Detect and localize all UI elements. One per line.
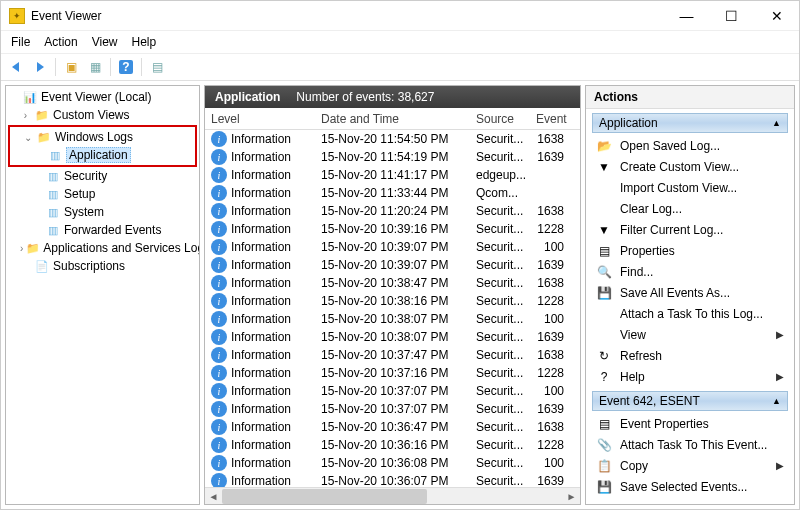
table-row[interactable]: iInformation15-Nov-20 10:36:07 PMSecurit… [205, 472, 580, 487]
col-date[interactable]: Date and Time [315, 112, 470, 126]
action-item[interactable]: ▤Event Properties [592, 413, 788, 434]
forward-button[interactable] [29, 56, 51, 78]
maximize-button[interactable]: ☐ [709, 2, 754, 30]
tree-root[interactable]: 📊Event Viewer (Local) [8, 88, 197, 106]
table-row[interactable]: iInformation15-Nov-20 10:39:07 PMSecurit… [205, 256, 580, 274]
table-row[interactable]: iInformation15-Nov-20 11:41:17 PMedgeup.… [205, 166, 580, 184]
actions-group-application[interactable]: Application▲ [592, 113, 788, 133]
list-pane: Application Number of events: 38,627 Lev… [204, 85, 581, 505]
action-label: Properties [620, 244, 675, 258]
action-item[interactable]: 📂Open Saved Log... [592, 135, 788, 156]
table-row[interactable]: iInformation15-Nov-20 10:39:07 PMSecurit… [205, 238, 580, 256]
tree-setup[interactable]: ▥Setup [8, 185, 197, 203]
action-icon: ▼ [596, 159, 612, 175]
event-rows[interactable]: iInformation15-Nov-20 11:54:50 PMSecurit… [205, 130, 580, 487]
action-icon [596, 180, 612, 196]
help-button[interactable]: ? [115, 56, 137, 78]
table-row[interactable]: iInformation15-Nov-20 11:20:24 PMSecurit… [205, 202, 580, 220]
table-row[interactable]: iInformation15-Nov-20 10:36:08 PMSecurit… [205, 454, 580, 472]
tree-app-services[interactable]: ›📁Applications and Services Logs [8, 239, 197, 257]
col-level[interactable]: Level [205, 112, 315, 126]
column-headers[interactable]: Level Date and Time Source Event I [205, 108, 580, 130]
tree-forwarded[interactable]: ▥Forwarded Events [8, 221, 197, 239]
minimize-button[interactable]: — [664, 2, 709, 30]
action-item[interactable]: 💾Save Selected Events... [592, 476, 788, 497]
menu-action[interactable]: Action [44, 35, 77, 49]
action-label: Clear Log... [620, 202, 682, 216]
scroll-right-icon[interactable]: ► [563, 491, 580, 502]
submenu-icon: ▶ [776, 460, 784, 471]
scroll-thumb[interactable] [222, 489, 427, 504]
list-count: Number of events: 38,627 [296, 90, 434, 104]
table-row[interactable]: iInformation15-Nov-20 10:37:07 PMSecurit… [205, 400, 580, 418]
col-event[interactable]: Event I [530, 112, 570, 126]
col-source[interactable]: Source [470, 112, 530, 126]
action-label: Save Selected Events... [620, 480, 747, 494]
tree-custom-views[interactable]: ›📁Custom Views [8, 106, 197, 124]
horizontal-scrollbar[interactable]: ◄ ► [205, 487, 580, 504]
menu-view[interactable]: View [92, 35, 118, 49]
table-row[interactable]: iInformation15-Nov-20 10:36:16 PMSecurit… [205, 436, 580, 454]
action-item[interactable]: Clear Log... [592, 198, 788, 219]
table-row[interactable]: iInformation15-Nov-20 10:36:47 PMSecurit… [205, 418, 580, 436]
action-item[interactable]: Attach a Task To this Log... [592, 303, 788, 324]
action-icon: 📋 [596, 458, 612, 474]
action-item[interactable]: ▼Create Custom View... [592, 156, 788, 177]
action-item[interactable]: ?Help▶ [592, 366, 788, 387]
menu-help[interactable]: Help [132, 35, 157, 49]
info-icon: i [211, 203, 227, 219]
table-row[interactable]: iInformation15-Nov-20 10:37:07 PMSecurit… [205, 382, 580, 400]
table-row[interactable]: iInformation15-Nov-20 10:37:47 PMSecurit… [205, 346, 580, 364]
list-title: Application [215, 90, 280, 104]
table-row[interactable]: iInformation15-Nov-20 10:39:16 PMSecurit… [205, 220, 580, 238]
tree-security[interactable]: ▥Security [8, 167, 197, 185]
action-icon: 📎 [596, 437, 612, 453]
menu-file[interactable]: File [11, 35, 30, 49]
action-item[interactable]: ▼Filter Current Log... [592, 219, 788, 240]
action-icon: ▼ [596, 222, 612, 238]
tree-system[interactable]: ▥System [8, 203, 197, 221]
action-item[interactable]: ↻Refresh [592, 345, 788, 366]
action-icon: 💾 [596, 479, 612, 495]
action-icon: ? [596, 369, 612, 385]
action-label: Help [620, 370, 645, 384]
tree-pane: 📊Event Viewer (Local) ›📁Custom Views ⌄📁W… [5, 85, 200, 505]
collapse-icon: ▲ [772, 118, 781, 128]
tree-application[interactable]: ▥Application [10, 146, 195, 164]
table-row[interactable]: iInformation15-Nov-20 10:38:16 PMSecurit… [205, 292, 580, 310]
table-row[interactable]: iInformation15-Nov-20 11:54:50 PMSecurit… [205, 130, 580, 148]
view-button[interactable]: ▦ [84, 56, 106, 78]
table-row[interactable]: iInformation15-Nov-20 11:33:44 PMQcom... [205, 184, 580, 202]
scroll-left-icon[interactable]: ◄ [205, 491, 222, 502]
action-item[interactable]: Import Custom View... [592, 177, 788, 198]
info-icon: i [211, 347, 227, 363]
extra-button[interactable]: ▤ [146, 56, 168, 78]
submenu-icon: ▶ [776, 371, 784, 382]
action-item[interactable]: 💾Save All Events As... [592, 282, 788, 303]
action-icon [596, 201, 612, 217]
info-icon: i [211, 221, 227, 237]
action-icon: ▤ [596, 243, 612, 259]
table-row[interactable]: iInformation15-Nov-20 11:54:19 PMSecurit… [205, 148, 580, 166]
app-icon: ✦ [9, 8, 25, 24]
info-icon: i [211, 473, 227, 487]
tree-subscriptions[interactable]: 📄Subscriptions [8, 257, 197, 275]
folder-button[interactable]: ▣ [60, 56, 82, 78]
info-icon: i [211, 239, 227, 255]
toolbar: ▣ ▦ ? ▤ [1, 53, 799, 81]
tree-windows-logs[interactable]: ⌄📁Windows Logs [10, 128, 195, 146]
table-row[interactable]: iInformation15-Nov-20 10:38:07 PMSecurit… [205, 310, 580, 328]
table-row[interactable]: iInformation15-Nov-20 10:37:16 PMSecurit… [205, 364, 580, 382]
table-row[interactable]: iInformation15-Nov-20 10:38:07 PMSecurit… [205, 328, 580, 346]
action-item[interactable]: 🔍Find... [592, 261, 788, 282]
action-item[interactable]: 📋Copy▶ [592, 455, 788, 476]
action-item[interactable]: ▤Properties [592, 240, 788, 261]
action-item[interactable]: View▶ [592, 324, 788, 345]
table-row[interactable]: iInformation15-Nov-20 10:38:47 PMSecurit… [205, 274, 580, 292]
back-button[interactable] [5, 56, 27, 78]
actions-title: Actions [586, 86, 794, 109]
close-button[interactable]: ✕ [754, 2, 799, 30]
info-icon: i [211, 455, 227, 471]
action-item[interactable]: 📎Attach Task To This Event... [592, 434, 788, 455]
actions-group-event[interactable]: Event 642, ESENT▲ [592, 391, 788, 411]
